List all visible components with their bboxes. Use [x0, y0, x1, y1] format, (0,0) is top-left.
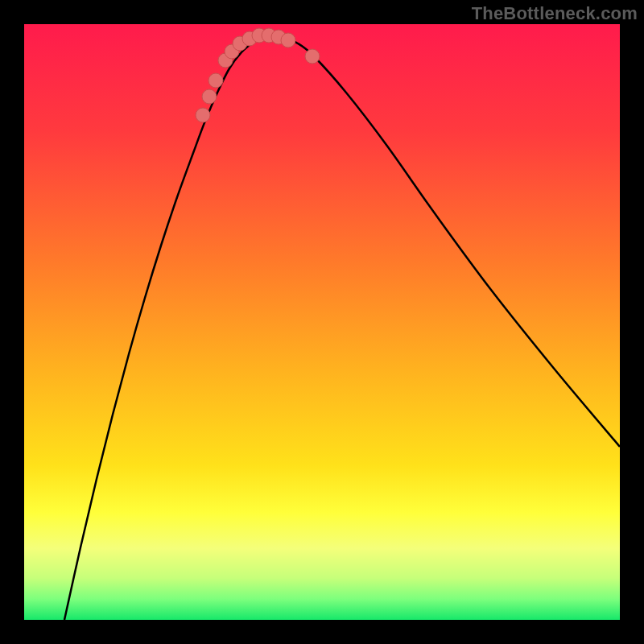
plot-area: [24, 24, 620, 620]
curve-marker: [281, 33, 295, 47]
chart-svg: [24, 24, 620, 620]
curve-marker: [202, 89, 217, 104]
curve-marker: [305, 49, 320, 64]
curve-marker: [208, 73, 223, 88]
chart-frame: TheBottleneck.com: [0, 0, 644, 644]
curve-marker: [196, 108, 210, 122]
watermark-text: TheBottleneck.com: [472, 3, 638, 24]
gradient-background: [24, 24, 620, 620]
